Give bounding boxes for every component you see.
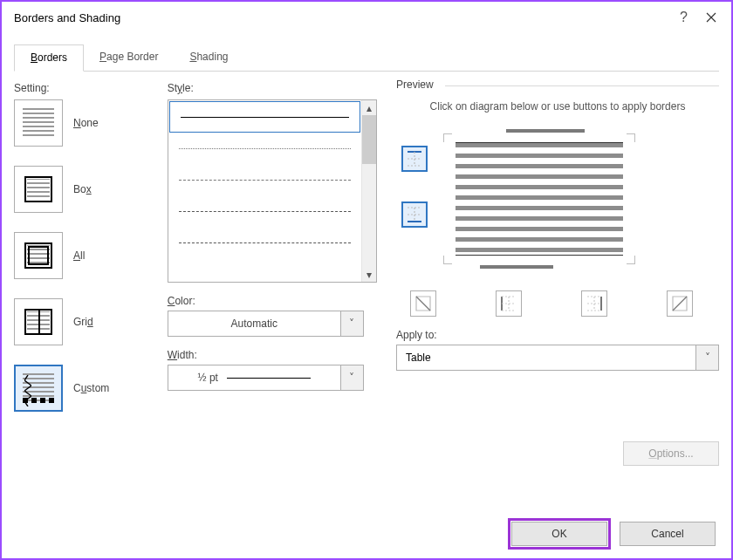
setting-grid-icon	[14, 298, 63, 345]
color-heading: Color:	[168, 295, 377, 307]
cancel-button[interactable]: Cancel	[620, 522, 716, 546]
apply-to-dropdown[interactable]: Table ˅	[396, 345, 719, 371]
setting-box[interactable]: Box	[14, 166, 148, 213]
scroll-thumb[interactable]	[362, 115, 376, 164]
ok-button[interactable]: OK	[511, 522, 607, 546]
borders-shading-dialog: Borders and Shading ? Borders Page Borde…	[0, 0, 733, 560]
style-list[interactable]: ▴ ▾	[168, 99, 377, 283]
options-button: Options...	[623, 441, 719, 466]
preview-column: Preview Click on diagram below or use bu…	[396, 79, 719, 431]
close-button[interactable]	[691, 2, 731, 33]
style-option-dotted[interactable]	[168, 133, 361, 164]
border-right-icon	[586, 296, 602, 311]
dialog-buttons: OK Cancel	[511, 522, 716, 546]
setting-all-icon	[14, 232, 63, 279]
border-left-icon	[501, 296, 517, 311]
close-icon	[706, 12, 716, 23]
style-heading: Style:	[168, 82, 377, 94]
color-dropdown[interactable]: Automatic ˅	[168, 311, 364, 337]
preview-heading: Preview	[396, 79, 441, 91]
setting-none-icon	[14, 99, 63, 147]
tab-shading[interactable]: Shading	[174, 44, 243, 72]
apply-to-heading: Apply to:	[396, 329, 719, 341]
scroll-up-icon[interactable]: ▴	[362, 100, 376, 115]
border-bottom-button[interactable]	[401, 201, 428, 228]
scroll-down-icon[interactable]: ▾	[362, 267, 376, 282]
setting-box-icon	[14, 166, 63, 213]
content-area: Setting: None Box All Grid	[2, 72, 731, 443]
help-button[interactable]: ?	[680, 10, 688, 25]
width-value: ½ pt	[198, 372, 218, 384]
chevron-down-icon: ˅	[340, 365, 363, 390]
border-right-button[interactable]	[581, 290, 607, 317]
setting-custom[interactable]: Custom	[14, 365, 148, 412]
width-dropdown[interactable]: ½ pt ˅	[168, 365, 364, 391]
border-bottom-icon	[407, 207, 422, 222]
width-preview-line	[227, 378, 311, 379]
apply-to-value: Table	[397, 352, 695, 364]
setting-all[interactable]: All	[14, 232, 148, 279]
border-left-button[interactable]	[496, 290, 522, 317]
setting-heading: Setting:	[14, 82, 148, 94]
border-top-icon	[407, 151, 422, 167]
chevron-down-icon: ˅	[340, 311, 363, 336]
setting-column: Setting: None Box All Grid	[14, 79, 148, 431]
setting-none[interactable]: None	[14, 99, 148, 147]
style-scrollbar[interactable]: ▴ ▾	[361, 100, 376, 282]
tab-strip: Borders Page Border Shading	[14, 44, 719, 72]
style-option-dashdot[interactable]	[168, 227, 361, 258]
style-option-dashed-small[interactable]	[168, 164, 361, 195]
preview-hint: Click on diagram below or use buttons to…	[396, 91, 719, 121]
title-bar: Borders and Shading ?	[2, 2, 731, 33]
border-diag-down-button[interactable]	[410, 290, 436, 317]
window-title: Borders and Shading	[14, 11, 680, 24]
border-diag-up-icon	[672, 296, 688, 311]
style-option-dashed-large[interactable]	[168, 195, 361, 227]
setting-custom-icon	[14, 365, 63, 412]
border-diag-down-icon	[415, 296, 431, 311]
width-heading: Width:	[168, 349, 377, 361]
preview-diagram[interactable]	[443, 125, 635, 273]
border-diag-up-button[interactable]	[667, 290, 693, 317]
chevron-down-icon: ˅	[695, 345, 718, 370]
preview-area	[396, 121, 719, 273]
style-option-solid[interactable]	[169, 101, 360, 133]
tab-borders[interactable]: Borders	[14, 44, 84, 72]
border-top-button[interactable]	[401, 146, 428, 172]
style-column: Style: ▴ ▾ Color: Automatic ˅ Width:	[168, 79, 377, 431]
color-value: Automatic	[168, 318, 340, 330]
setting-grid[interactable]: Grid	[14, 298, 148, 345]
tab-page-border[interactable]: Page Border	[84, 44, 174, 72]
